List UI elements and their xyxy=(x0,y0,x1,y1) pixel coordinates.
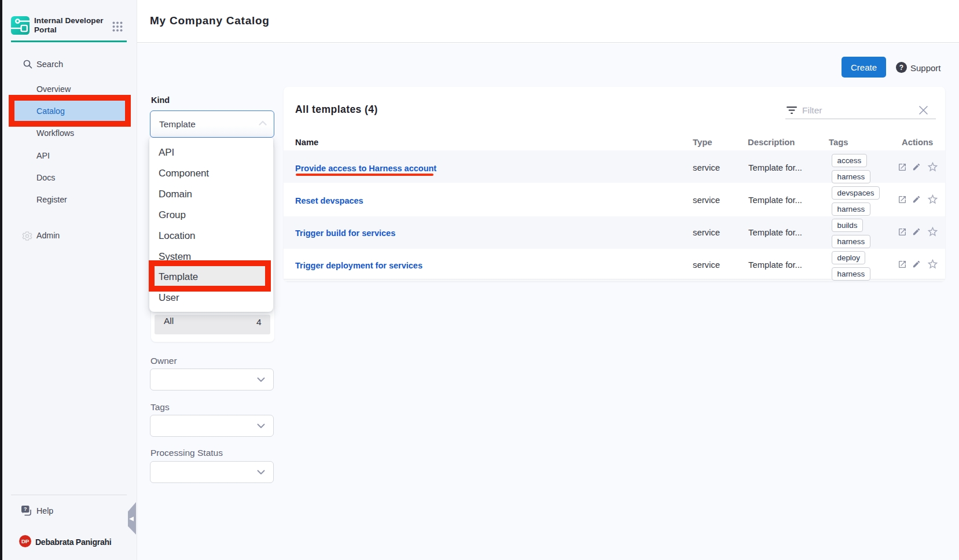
svg-text:?: ? xyxy=(24,506,27,512)
